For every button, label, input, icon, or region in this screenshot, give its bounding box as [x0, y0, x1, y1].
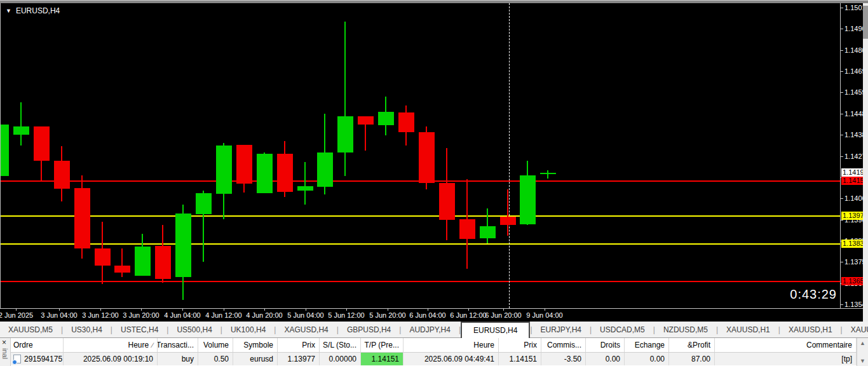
- column-header-prix[interactable]: Prix: [499, 338, 541, 352]
- chart-tab-xauusd-m5[interactable]: XAUUSD,M5: [0, 322, 61, 337]
- candle-body: [480, 226, 496, 238]
- time-tick-mark: [545, 309, 545, 311]
- price-tick-mark: [841, 50, 843, 51]
- candle-body: [439, 183, 455, 220]
- candle-wick: [121, 248, 123, 277]
- order-cell-volume: 0.50: [198, 353, 233, 365]
- price-marker-label: 1.14151: [841, 177, 863, 185]
- price-tick-mark: [841, 220, 843, 220]
- price-axis[interactable]: 1.150101.149051.148001.146951.145901.144…: [840, 3, 863, 308]
- chart-tab-ustec-h4[interactable]: USTEC,H4: [112, 322, 166, 337]
- time-tick-label: 4 Jun 12:00: [205, 311, 242, 319]
- order-row[interactable]: 2915941752025.06.09 00:19:10buy0.50eurus…: [11, 353, 857, 365]
- order-cell-transacti-: buy: [158, 353, 198, 365]
- order-cell-droits: 0.00: [586, 353, 625, 365]
- column-header-t-p-pre-[interactable]: T/P (Pre...: [361, 338, 403, 352]
- column-header-commentaire[interactable]: Commentaire: [715, 338, 857, 352]
- candle-body: [13, 126, 29, 135]
- order-cell-heure: 2025.06.09 04:49:41: [403, 353, 499, 365]
- price-tick-mark: [841, 71, 843, 72]
- column-header-droits[interactable]: Droits: [586, 338, 625, 352]
- column-header-symbole[interactable]: Symbole: [233, 338, 278, 352]
- horizontal-level-line[interactable]: [1, 243, 840, 245]
- price-tick-mark: [841, 92, 843, 93]
- chart-tab-xauusd-h1[interactable]: XAUUSD,H1: [780, 322, 841, 337]
- chart-tab-eurusd-h4[interactable]: EURUSD,H4: [461, 322, 530, 338]
- column-header-echange[interactable]: Echange: [625, 338, 669, 352]
- chart-tab-eurjpy-h4[interactable]: EURJPY,H4: [532, 322, 590, 337]
- time-tick-mark: [264, 309, 265, 311]
- table-scroll-down-icon[interactable]: ▼: [857, 358, 868, 364]
- column-header-heure[interactable]: Heure∕: [64, 338, 158, 352]
- time-tick-mark: [306, 309, 306, 311]
- chart-tab-us500-h4[interactable]: US500,H4: [168, 322, 220, 337]
- candle-body: [398, 112, 414, 132]
- candle-body: [459, 219, 475, 239]
- candle-body: [419, 132, 435, 183]
- chart-vertical-scrollbar[interactable]: [863, 3, 868, 322]
- column-header-prix[interactable]: Prix: [278, 338, 320, 352]
- order-cell-s-l-sto-: 0.00000: [320, 353, 361, 365]
- table-scrollbar[interactable]: ▲▼: [857, 338, 868, 366]
- price-tick-mark: [841, 262, 843, 262]
- order-cell-commis-: -3.50: [541, 353, 586, 365]
- chart-tab-uk100-h4[interactable]: UK100,H4: [222, 322, 274, 337]
- price-tick-mark: [841, 198, 843, 199]
- time-tick-mark: [141, 309, 142, 311]
- chart-tab-nzdusd-m5[interactable]: NZDUSD,M5: [655, 322, 716, 337]
- candle-body: [34, 126, 50, 161]
- chart-symbol-label[interactable]: ▼ EURUSD,H4: [6, 6, 60, 15]
- chart-tab-xagusd-h4[interactable]: XAGUSD,H4: [276, 322, 336, 337]
- chart-area[interactable]: ▼ EURUSD,H4 0:43:29: [0, 3, 840, 308]
- column-header-heure[interactable]: Heure: [403, 338, 499, 352]
- time-tick-mark: [16, 309, 17, 311]
- price-tick-mark: [841, 114, 843, 114]
- order-ticket-number: 291594175: [24, 355, 62, 363]
- time-tick-label: 3 Jun 12:00: [82, 311, 119, 319]
- price-marker-label: 1.13977: [841, 212, 863, 220]
- period-separator-line: [509, 3, 510, 308]
- column-header-commis-[interactable]: Commis...: [541, 338, 586, 352]
- column-header--profit[interactable]: &Profit: [669, 338, 715, 352]
- sort-indicator-icon: ∕: [152, 341, 153, 349]
- chart-tab-usdcad-m5[interactable]: USDCAD,M5: [592, 322, 653, 337]
- scrollbar-thumb[interactable]: [863, 6, 868, 39]
- candle-body: [54, 161, 70, 189]
- candle-wick: [304, 162, 306, 205]
- chart-tab-audjpy-h4[interactable]: AUDJPY,H4: [401, 322, 458, 337]
- horizontal-level-line[interactable]: [1, 281, 840, 282]
- chart-tab-us30-h4[interactable]: US30,H4: [63, 322, 111, 337]
- terminal-close-button[interactable]: ×: [2, 338, 6, 347]
- time-tick-label: 5 Jun 12:00: [328, 311, 365, 319]
- column-header-volume[interactable]: Volume: [198, 338, 233, 352]
- horizontal-level-line[interactable]: [1, 215, 840, 217]
- time-tick-mark: [346, 309, 347, 311]
- order-cell-commentaire: [tp]: [715, 353, 857, 365]
- price-tick-mark: [841, 8, 843, 8]
- candle-wick: [507, 189, 508, 236]
- column-header-s-l-sto-[interactable]: S/L (Sto...: [320, 338, 361, 352]
- candle-body: [358, 116, 374, 125]
- candle-body: [500, 217, 516, 225]
- column-header-transacti-[interactable]: Transacti...: [158, 338, 198, 352]
- table-scroll-up-icon[interactable]: ▲: [857, 340, 868, 346]
- time-axis[interactable]: 2 Jun 20253 Jun 04:003 Jun 12:003 Jun 20…: [0, 308, 863, 322]
- candle-body: [0, 125, 9, 176]
- time-tick-mark: [503, 309, 504, 311]
- chart-tab-gbpusd-h4[interactable]: GBPUSD,H4: [339, 322, 399, 337]
- order-cell-symbole: eurusd: [233, 353, 278, 365]
- mt4-window: ▼ EURUSD,H4 0:43:29 1.150101.149051.1480…: [0, 0, 868, 366]
- candle-body: [236, 145, 252, 184]
- chart-tab-bar: XAUUSD,M5|US30,H4|USTEC,H4|US500,H4|UK10…: [0, 322, 868, 338]
- order-cell-ordre: 291594175: [11, 353, 64, 365]
- time-tick-label: 4 Jun 04:00: [164, 311, 201, 319]
- time-tick-label: 3 Jun 20:00: [123, 311, 159, 319]
- price-marker-label: 1.13654: [841, 277, 863, 285]
- candle-body: [297, 186, 313, 191]
- chart-tab-xauusd-h1[interactable]: XAUUSD,H1: [843, 322, 868, 337]
- chart-tab-xauusd-h1[interactable]: XAUUSD,H1: [718, 322, 778, 337]
- candle-body: [135, 247, 151, 276]
- candle-body: [114, 266, 130, 273]
- column-header-ordre[interactable]: Ordre: [11, 338, 64, 352]
- candle-body: [155, 246, 171, 279]
